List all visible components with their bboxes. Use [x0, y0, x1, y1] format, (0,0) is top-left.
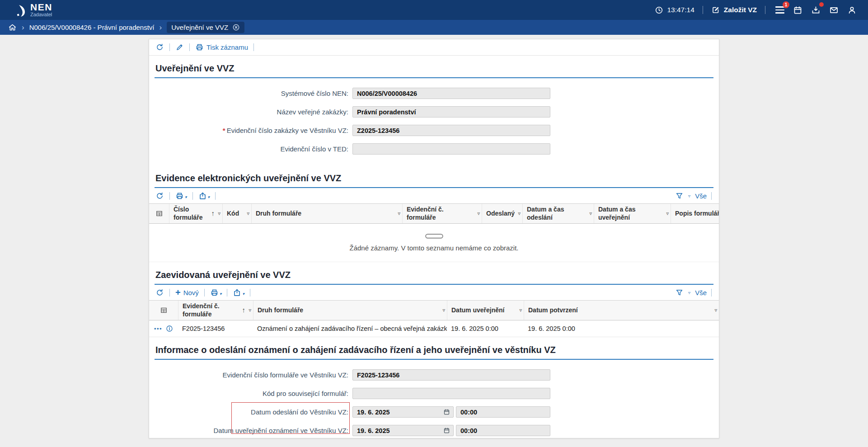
refresh-button[interactable]	[155, 288, 164, 297]
sort-asc-icon: ↑	[242, 306, 246, 315]
print-menu-button[interactable]: ▾	[210, 288, 222, 297]
filter-button[interactable]	[675, 192, 684, 200]
column-header-odeslany[interactable]: Odeslaný▿	[482, 204, 522, 223]
field-label: Kód pro související formulář:	[149, 390, 348, 398]
filter-caret-icon[interactable]: ▿	[518, 211, 521, 217]
filter-caret-icon[interactable]: ▿	[247, 211, 249, 217]
filter-caret-icon[interactable]: ▿	[519, 307, 522, 314]
filter-caret-icon[interactable]: ▿	[714, 307, 717, 314]
funnel-icon	[675, 288, 684, 297]
field-label: Datum odeslání do Věstníku VZ:	[149, 408, 348, 416]
column-header-evidencni-c[interactable]: Evidenční č. formuláře▿	[402, 204, 482, 223]
print-menu-button[interactable]: ▾	[175, 192, 187, 200]
downloads-button[interactable]	[810, 4, 822, 16]
filter-caret-icon[interactable]: ▿	[398, 211, 400, 217]
column-header-cislo-formulare[interactable]: Číslo formuláře↑▿	[169, 204, 222, 223]
system-number-field[interactable]: N006/25/V00008426	[352, 88, 550, 99]
close-tab-icon[interactable]	[232, 24, 240, 31]
ted-number-field[interactable]	[352, 143, 550, 155]
filter-caret-icon[interactable]: ▿	[249, 307, 251, 314]
section-title: Zaevidovaná uveřejnění ve VVZ	[155, 269, 713, 281]
calendar-icon	[793, 5, 802, 15]
section-registered-header: Zaevidovaná uveřejnění ve VVZ	[155, 269, 713, 285]
toolbar-separator	[169, 192, 170, 200]
field-label: Evidenční číslo v TED:	[149, 145, 348, 153]
row-menu-icon[interactable]: •••	[154, 326, 162, 332]
caret-down-icon: ▾	[242, 292, 244, 296]
sent-date-field[interactable]: 19. 6. 2025	[352, 406, 454, 418]
form-row: Systémové číslo NEN: N006/25/V00008426	[149, 84, 719, 103]
filter-caret-icon[interactable]: ▿	[688, 193, 690, 198]
contract-name-field[interactable]: Právní poradenství	[352, 106, 550, 118]
empty-state-text: Žádné záznamy. V tomto seznamu nemáme co…	[349, 244, 518, 252]
compose-icon	[711, 5, 720, 14]
column-header-kod[interactable]: Kód▿	[222, 204, 251, 223]
show-all-link[interactable]: Vše	[695, 289, 707, 296]
hamburger-icon	[775, 6, 784, 14]
related-form-code-field[interactable]	[352, 388, 550, 399]
section-title: Informace o odeslání oznámení o zahájení…	[155, 344, 713, 356]
export-menu-button[interactable]: ▾	[198, 192, 210, 200]
column-settings-button[interactable]	[149, 301, 178, 320]
nen-logo[interactable]: NEN Zadavatel	[16, 3, 52, 18]
form-row: Datum uveřejnění oznámení ve Věstníku VZ…	[149, 421, 719, 438]
info-icon[interactable]	[166, 325, 173, 332]
column-header-datum-odeslani[interactable]: Datum a čas odeslání▿	[522, 204, 594, 223]
column-header-datum-uverejneni[interactable]: Datum a čas uveřejnění▿	[594, 204, 671, 223]
user-icon	[847, 5, 857, 15]
sent-time-field[interactable]: 00:00	[456, 406, 550, 418]
published-date-field[interactable]: 19. 6. 2025	[352, 425, 454, 436]
clock-time: 13:47:14	[667, 6, 694, 14]
calendar-icon[interactable]	[443, 427, 450, 434]
refresh-button[interactable]	[155, 192, 164, 200]
column-header-datum-potvrzeni[interactable]: Datum potvrzení▿	[524, 301, 719, 320]
column-header-popis-formulare[interactable]: Popis formuláře▿	[671, 204, 719, 223]
section-publication-header: Uveřejnění ve VVZ	[155, 63, 713, 78]
printer-icon	[175, 192, 184, 200]
filter-button[interactable]	[675, 288, 684, 297]
column-settings-button[interactable]	[149, 204, 169, 223]
print-record-button[interactable]: Tisk záznamu	[195, 43, 248, 52]
filter-caret-icon[interactable]: ▿	[477, 211, 480, 217]
filter-caret-icon[interactable]: ▿	[442, 307, 445, 314]
sort-asc-icon: ↑	[211, 209, 215, 218]
toolbar-separator	[215, 192, 216, 200]
evidence-table-header: Číslo formuláře↑▿ Kód▿ Druh formuláře▿ E…	[149, 203, 719, 224]
show-all-link[interactable]: Vše	[695, 192, 707, 200]
create-vz-button[interactable]: Založit VZ	[711, 5, 757, 14]
messages-button[interactable]	[828, 4, 840, 16]
column-header-druh-formulare[interactable]: Druh formuláře▿	[253, 301, 447, 320]
filter-caret-icon[interactable]: ▿	[688, 290, 690, 295]
vvz-number-field[interactable]: Z2025-123456	[352, 125, 550, 136]
filter-caret-icon[interactable]: ▿	[666, 211, 669, 217]
empty-state-icon	[425, 232, 444, 240]
calendar-button[interactable]	[792, 4, 804, 16]
column-header-druh-formulare[interactable]: Druh formuláře▿	[251, 204, 402, 223]
form-number-field[interactable]: F2025-123456	[352, 369, 550, 381]
column-header-evidencni-c[interactable]: Evidenční č. formuláře↑▿	[178, 301, 253, 320]
breadcrumb-item-procurement[interactable]: N006/25/V00008426 - Právní poradenství	[29, 24, 155, 31]
export-menu-button[interactable]: ▾	[233, 288, 244, 297]
caret-down-icon: ▾	[220, 292, 222, 296]
filter-caret-icon[interactable]: ▿	[218, 211, 221, 217]
filter-caret-icon[interactable]: ▿	[589, 211, 592, 217]
cell-druh-formulare: Oznámení o zahájení zadávacího řízení – …	[253, 325, 447, 332]
column-header-datum-uverejneni[interactable]: Datum uveřejnění▿	[447, 301, 524, 320]
form-row: Evidenční číslo v TED:	[149, 140, 719, 158]
new-record-button[interactable]: + Nový	[175, 288, 199, 297]
profile-button[interactable]	[846, 4, 858, 16]
breadcrumb-item-active[interactable]: Uveřejnění ve VVZ	[167, 22, 244, 33]
refresh-button[interactable]	[155, 43, 164, 52]
menu-badge: 1	[783, 1, 789, 8]
published-time-field[interactable]: 00:00	[456, 425, 550, 436]
printer-icon	[210, 288, 219, 297]
cell-evidencni-c: F2025-123456	[178, 325, 253, 332]
home-button[interactable]	[8, 23, 17, 32]
logo-subtitle: Zadavatel	[30, 12, 52, 17]
menu-button[interactable]: 1	[774, 4, 786, 16]
edit-button[interactable]	[175, 43, 184, 52]
section-send-info-header: Informace o odeslání oznámení o zahájení…	[155, 344, 713, 360]
table-row[interactable]: ••• F2025-123456 Oznámení o zahájení zad…	[149, 320, 719, 337]
toolbar-separator	[711, 289, 712, 296]
calendar-icon[interactable]	[443, 409, 450, 415]
